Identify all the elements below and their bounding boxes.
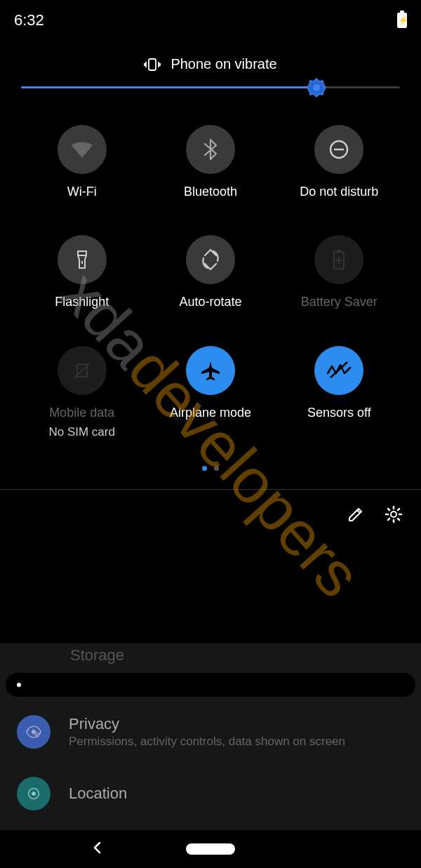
sensors-off-icon xyxy=(314,346,363,395)
svg-rect-5 xyxy=(149,59,156,70)
svg-point-4 xyxy=(32,792,36,796)
quick-settings-tiles: Wi-Fi Bluetooth Do not disturb xyxy=(0,102,421,453)
location-icon xyxy=(17,777,51,810)
ringer-status[interactable]: Phone on vibrate xyxy=(0,36,421,86)
tile-airplane-mode[interactable]: Airplane mode xyxy=(146,346,274,439)
tile-label: Mobile data xyxy=(49,405,114,421)
back-icon xyxy=(91,841,104,854)
ringer-status-label: Phone on vibrate xyxy=(171,56,276,72)
tile-label: Auto-rotate xyxy=(179,294,241,310)
settings-item-privacy[interactable]: Privacy Permissions, activity controls, … xyxy=(0,701,421,763)
settings-item-location[interactable]: Location xyxy=(0,763,421,824)
settings-subtitle: Permissions, activity controls, data sho… xyxy=(69,735,404,749)
tile-label: Battery Saver xyxy=(301,294,377,310)
page-dot-2 xyxy=(214,466,219,471)
svg-rect-2 xyxy=(36,734,39,736)
tile-mobile-data[interactable]: Mobile data No SIM card xyxy=(18,346,146,439)
wifi-icon xyxy=(58,125,107,174)
tile-flashlight[interactable]: Flashlight xyxy=(18,235,146,310)
navigation-bar xyxy=(0,830,421,868)
dnd-icon xyxy=(314,125,363,174)
tile-label: Flashlight xyxy=(55,294,109,310)
svg-point-7 xyxy=(313,84,320,91)
home-pill[interactable] xyxy=(186,843,235,855)
notification-collapsed[interactable] xyxy=(6,673,415,697)
vibrate-icon xyxy=(144,57,161,72)
tile-sensors-off[interactable]: Sensors off xyxy=(275,346,403,439)
battery-charging-icon xyxy=(397,13,407,28)
tile-do-not-disturb[interactable]: Do not disturb xyxy=(275,125,403,200)
tile-label: Bluetooth xyxy=(184,184,237,200)
page-dot-1 xyxy=(202,466,207,471)
tile-battery-saver[interactable]: Battery Saver xyxy=(275,235,403,310)
auto-rotate-icon xyxy=(186,235,235,284)
tile-auto-rotate[interactable]: Auto-rotate xyxy=(146,235,274,310)
tile-bluetooth[interactable]: Bluetooth xyxy=(146,125,274,200)
brightness-fill xyxy=(21,86,316,88)
svg-point-19 xyxy=(391,512,396,517)
airplane-icon xyxy=(186,346,235,395)
quick-settings-footer xyxy=(0,490,421,540)
brightness-thumb-icon[interactable] xyxy=(306,77,327,98)
tile-label: Airplane mode xyxy=(170,405,251,421)
svg-rect-13 xyxy=(337,250,341,252)
flashlight-icon xyxy=(58,235,107,284)
edit-tiles-button[interactable] xyxy=(345,504,366,525)
brightness-slider[interactable] xyxy=(0,86,421,102)
back-button[interactable] xyxy=(91,841,104,857)
tile-label: Do not disturb xyxy=(300,184,378,200)
status-bar: 6:32 xyxy=(0,0,421,36)
mobile-data-icon xyxy=(58,346,107,395)
tile-wifi[interactable]: Wi-Fi xyxy=(18,125,146,200)
settings-title: Privacy xyxy=(69,715,404,733)
notification-dot xyxy=(17,683,21,687)
settings-title: Location xyxy=(69,784,404,803)
svg-rect-10 xyxy=(78,251,86,255)
bluetooth-icon xyxy=(186,125,235,174)
settings-button[interactable] xyxy=(383,504,404,525)
gear-icon xyxy=(385,505,403,523)
settings-background: Storage Privacy Permissions, activity co… xyxy=(0,643,421,840)
settings-item-storage: Storage xyxy=(0,646,421,669)
privacy-icon xyxy=(17,715,51,749)
status-time: 6:32 xyxy=(14,11,44,29)
battery-saver-icon xyxy=(314,235,363,284)
page-indicator xyxy=(0,453,421,483)
tile-label: Wi-Fi xyxy=(67,184,97,200)
pencil-icon xyxy=(347,506,364,523)
tile-label: Sensors off xyxy=(307,405,371,421)
tile-sublabel: No SIM card xyxy=(48,425,114,439)
